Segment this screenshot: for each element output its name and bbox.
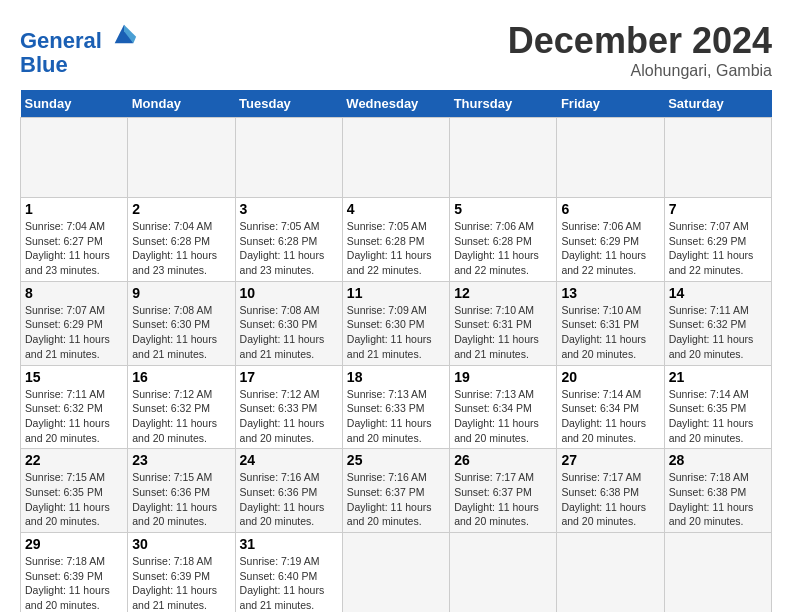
- day-info: Sunrise: 7:07 AMSunset: 6:29 PMDaylight:…: [25, 303, 123, 362]
- day-number: 17: [240, 369, 338, 385]
- day-info: Sunrise: 7:05 AMSunset: 6:28 PMDaylight:…: [347, 219, 445, 278]
- day-cell: [342, 533, 449, 613]
- day-number: 20: [561, 369, 659, 385]
- day-info: Sunrise: 7:06 AMSunset: 6:28 PMDaylight:…: [454, 219, 552, 278]
- day-info: Sunrise: 7:04 AMSunset: 6:28 PMDaylight:…: [132, 219, 230, 278]
- day-cell: 11Sunrise: 7:09 AMSunset: 6:30 PMDayligh…: [342, 281, 449, 365]
- day-cell: 13Sunrise: 7:10 AMSunset: 6:31 PMDayligh…: [557, 281, 664, 365]
- day-info: Sunrise: 7:19 AMSunset: 6:40 PMDaylight:…: [240, 554, 338, 612]
- day-header-monday: Monday: [128, 90, 235, 118]
- week-row-3: 8Sunrise: 7:07 AMSunset: 6:29 PMDaylight…: [21, 281, 772, 365]
- day-number: 13: [561, 285, 659, 301]
- day-cell: 27Sunrise: 7:17 AMSunset: 6:38 PMDayligh…: [557, 449, 664, 533]
- day-cell: 22Sunrise: 7:15 AMSunset: 6:35 PMDayligh…: [21, 449, 128, 533]
- day-info: Sunrise: 7:10 AMSunset: 6:31 PMDaylight:…: [454, 303, 552, 362]
- day-info: Sunrise: 7:05 AMSunset: 6:28 PMDaylight:…: [240, 219, 338, 278]
- day-cell: 30Sunrise: 7:18 AMSunset: 6:39 PMDayligh…: [128, 533, 235, 613]
- day-cell: 15Sunrise: 7:11 AMSunset: 6:32 PMDayligh…: [21, 365, 128, 449]
- logo: General Blue: [20, 20, 138, 77]
- day-number: 8: [25, 285, 123, 301]
- day-cell: 25Sunrise: 7:16 AMSunset: 6:37 PMDayligh…: [342, 449, 449, 533]
- day-info: Sunrise: 7:11 AMSunset: 6:32 PMDaylight:…: [25, 387, 123, 446]
- day-cell: [128, 118, 235, 198]
- day-number: 6: [561, 201, 659, 217]
- day-info: Sunrise: 7:08 AMSunset: 6:30 PMDaylight:…: [240, 303, 338, 362]
- day-cell: 17Sunrise: 7:12 AMSunset: 6:33 PMDayligh…: [235, 365, 342, 449]
- day-cell: [557, 533, 664, 613]
- day-cell: 6Sunrise: 7:06 AMSunset: 6:29 PMDaylight…: [557, 198, 664, 282]
- week-row-1: [21, 118, 772, 198]
- day-info: Sunrise: 7:18 AMSunset: 6:39 PMDaylight:…: [132, 554, 230, 612]
- day-number: 9: [132, 285, 230, 301]
- day-number: 21: [669, 369, 767, 385]
- day-number: 24: [240, 452, 338, 468]
- day-cell: 9Sunrise: 7:08 AMSunset: 6:30 PMDaylight…: [128, 281, 235, 365]
- week-row-5: 22Sunrise: 7:15 AMSunset: 6:35 PMDayligh…: [21, 449, 772, 533]
- day-info: Sunrise: 7:18 AMSunset: 6:38 PMDaylight:…: [669, 470, 767, 529]
- day-number: 10: [240, 285, 338, 301]
- day-info: Sunrise: 7:12 AMSunset: 6:33 PMDaylight:…: [240, 387, 338, 446]
- day-cell: 16Sunrise: 7:12 AMSunset: 6:32 PMDayligh…: [128, 365, 235, 449]
- day-cell: [557, 118, 664, 198]
- day-number: 11: [347, 285, 445, 301]
- day-cell: [342, 118, 449, 198]
- days-header-row: SundayMondayTuesdayWednesdayThursdayFrid…: [21, 90, 772, 118]
- day-number: 3: [240, 201, 338, 217]
- day-info: Sunrise: 7:16 AMSunset: 6:37 PMDaylight:…: [347, 470, 445, 529]
- day-info: Sunrise: 7:11 AMSunset: 6:32 PMDaylight:…: [669, 303, 767, 362]
- day-info: Sunrise: 7:16 AMSunset: 6:36 PMDaylight:…: [240, 470, 338, 529]
- day-number: 29: [25, 536, 123, 552]
- title-block: December 2024 Alohungari, Gambia: [508, 20, 772, 80]
- day-header-saturday: Saturday: [664, 90, 771, 118]
- day-info: Sunrise: 7:09 AMSunset: 6:30 PMDaylight:…: [347, 303, 445, 362]
- day-info: Sunrise: 7:12 AMSunset: 6:32 PMDaylight:…: [132, 387, 230, 446]
- day-info: Sunrise: 7:10 AMSunset: 6:31 PMDaylight:…: [561, 303, 659, 362]
- day-cell: 23Sunrise: 7:15 AMSunset: 6:36 PMDayligh…: [128, 449, 235, 533]
- day-info: Sunrise: 7:13 AMSunset: 6:33 PMDaylight:…: [347, 387, 445, 446]
- day-number: 26: [454, 452, 552, 468]
- day-info: Sunrise: 7:07 AMSunset: 6:29 PMDaylight:…: [669, 219, 767, 278]
- day-number: 12: [454, 285, 552, 301]
- day-cell: 12Sunrise: 7:10 AMSunset: 6:31 PMDayligh…: [450, 281, 557, 365]
- day-cell: 8Sunrise: 7:07 AMSunset: 6:29 PMDaylight…: [21, 281, 128, 365]
- day-cell: 10Sunrise: 7:08 AMSunset: 6:30 PMDayligh…: [235, 281, 342, 365]
- day-number: 18: [347, 369, 445, 385]
- day-number: 7: [669, 201, 767, 217]
- day-number: 25: [347, 452, 445, 468]
- day-cell: [450, 118, 557, 198]
- day-cell: 28Sunrise: 7:18 AMSunset: 6:38 PMDayligh…: [664, 449, 771, 533]
- day-cell: 1Sunrise: 7:04 AMSunset: 6:27 PMDaylight…: [21, 198, 128, 282]
- month-title: December 2024: [508, 20, 772, 62]
- day-header-tuesday: Tuesday: [235, 90, 342, 118]
- day-info: Sunrise: 7:14 AMSunset: 6:35 PMDaylight:…: [669, 387, 767, 446]
- day-number: 23: [132, 452, 230, 468]
- day-number: 15: [25, 369, 123, 385]
- day-cell: [664, 533, 771, 613]
- day-header-sunday: Sunday: [21, 90, 128, 118]
- day-cell: 14Sunrise: 7:11 AMSunset: 6:32 PMDayligh…: [664, 281, 771, 365]
- day-info: Sunrise: 7:17 AMSunset: 6:38 PMDaylight:…: [561, 470, 659, 529]
- week-row-4: 15Sunrise: 7:11 AMSunset: 6:32 PMDayligh…: [21, 365, 772, 449]
- day-info: Sunrise: 7:15 AMSunset: 6:35 PMDaylight:…: [25, 470, 123, 529]
- day-number: 5: [454, 201, 552, 217]
- day-cell: 24Sunrise: 7:16 AMSunset: 6:36 PMDayligh…: [235, 449, 342, 533]
- day-number: 2: [132, 201, 230, 217]
- day-cell: 19Sunrise: 7:13 AMSunset: 6:34 PMDayligh…: [450, 365, 557, 449]
- day-number: 30: [132, 536, 230, 552]
- logo-text: General: [20, 20, 138, 53]
- day-info: Sunrise: 7:14 AMSunset: 6:34 PMDaylight:…: [561, 387, 659, 446]
- week-row-2: 1Sunrise: 7:04 AMSunset: 6:27 PMDaylight…: [21, 198, 772, 282]
- day-header-thursday: Thursday: [450, 90, 557, 118]
- day-info: Sunrise: 7:08 AMSunset: 6:30 PMDaylight:…: [132, 303, 230, 362]
- day-cell: 31Sunrise: 7:19 AMSunset: 6:40 PMDayligh…: [235, 533, 342, 613]
- day-number: 28: [669, 452, 767, 468]
- day-number: 31: [240, 536, 338, 552]
- day-number: 14: [669, 285, 767, 301]
- day-cell: 21Sunrise: 7:14 AMSunset: 6:35 PMDayligh…: [664, 365, 771, 449]
- page-header: General Blue December 2024 Alohungari, G…: [20, 20, 772, 80]
- day-cell: 18Sunrise: 7:13 AMSunset: 6:33 PMDayligh…: [342, 365, 449, 449]
- day-cell: [235, 118, 342, 198]
- day-info: Sunrise: 7:18 AMSunset: 6:39 PMDaylight:…: [25, 554, 123, 612]
- day-info: Sunrise: 7:04 AMSunset: 6:27 PMDaylight:…: [25, 219, 123, 278]
- day-header-friday: Friday: [557, 90, 664, 118]
